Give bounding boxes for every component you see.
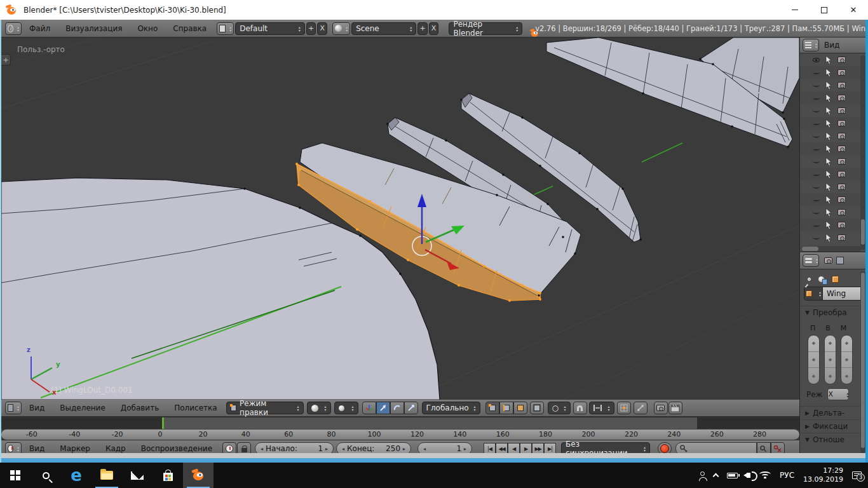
timeline-menu-playback[interactable]: Воспроизведение [141,444,212,453]
renderable-camera-icon[interactable] [837,146,846,152]
selectable-cursor-icon[interactable] [825,170,832,179]
visibility-eye-icon[interactable] [813,71,820,74]
panel-transform-header[interactable]: ▼Преобра [800,306,865,319]
outliner-row[interactable] [800,155,861,168]
stepper-cell[interactable]: ◆ [825,368,836,384]
snap-target-button[interactable] [617,402,631,414]
transform-value-stepper[interactable]: ◆◆◆ [824,335,836,384]
menu-mesh[interactable]: Полисетка [174,403,217,412]
renderable-camera-icon[interactable] [837,234,846,241]
minimize-button[interactable] [780,0,810,20]
stepper-cell[interactable]: ◆ [841,336,852,352]
timeline-menu-marker[interactable]: Маркер [60,444,90,453]
renderable-camera-icon[interactable] [837,69,846,76]
rotation-mode-dropdown[interactable]: X ▴▾ [827,388,849,400]
manipulator-toggle-button[interactable] [362,402,376,414]
panel-relations-header[interactable]: ▼Отноше [800,433,865,446]
taskbar-store-button[interactable] [153,463,183,488]
timeline-menu-view[interactable]: Вид [29,444,44,453]
renderable-camera-icon[interactable] [837,222,846,228]
tab-render-icon[interactable] [824,257,832,264]
manipulate-centers-button[interactable] [634,402,648,414]
outliner-row[interactable] [800,104,861,117]
viewport-3d[interactable]: + Польз.-орто (1) WingLOut_D0.001 z y x [1,37,799,400]
outliner-row[interactable] [800,142,861,155]
renderable-camera-icon[interactable] [837,57,846,63]
renderable-camera-icon[interactable] [837,184,846,190]
selectable-cursor-icon[interactable] [825,69,832,77]
outliner-row[interactable] [800,130,861,142]
opengl-render-image-button[interactable] [654,402,668,414]
snap-toggle-button[interactable] [573,402,587,414]
stepper-cell[interactable]: ◆ [808,336,819,352]
selectable-cursor-icon[interactable] [825,107,832,115]
panel-lock-header[interactable]: ▶Фиксаци [800,419,865,433]
selectable-cursor-icon[interactable] [825,208,832,217]
mode-dropdown[interactable]: Режим правки▴▾ [226,402,304,414]
selectable-cursor-icon[interactable] [825,183,832,191]
outliner-row[interactable] [800,53,861,66]
selectable-cursor-icon[interactable] [825,119,832,128]
menu-add[interactable]: Добавить [121,403,159,412]
visibility-eye-icon[interactable] [813,122,820,125]
taskbar-mail-button[interactable] [122,463,153,488]
visibility-eye-icon[interactable] [813,173,820,176]
object-id-dropdown[interactable]: ▴▾ [804,287,823,301]
pivot-point-dropdown[interactable]: ▴▾ [334,402,358,414]
maximize-button[interactable] [810,0,839,20]
manipulator-scale-button[interactable] [404,402,418,414]
snap-element-dropdown[interactable]: ▴▾ [589,402,614,414]
delete-scene-button[interactable]: X [429,22,439,35]
outliner-row[interactable] [800,206,861,219]
outliner-list[interactable] [800,53,861,244]
selectable-cursor-icon[interactable] [825,158,832,166]
render-engine-dropdown[interactable]: Рендер Blender▴▾ [449,22,522,35]
current-frame-indicator[interactable] [162,417,164,430]
visibility-eye-icon[interactable] [813,58,820,62]
menu-select[interactable]: Выделение [60,403,105,412]
renderable-camera-icon[interactable] [837,196,846,203]
timeline-menu-frame[interactable]: Кадр [105,444,126,453]
menu-view[interactable]: Вид [29,403,44,412]
renderable-camera-icon[interactable] [837,158,846,165]
renderable-camera-icon[interactable] [837,95,846,101]
menu-window[interactable]: Окно [137,24,158,33]
object-name-field[interactable]: Wing [823,287,864,301]
outliner-row[interactable] [800,79,861,92]
visibility-eye-icon[interactable] [813,135,820,138]
limit-to-visible-button[interactable] [530,402,544,414]
visibility-eye-icon[interactable] [813,224,820,227]
timeline-ruler[interactable]: -60-40-200204060801001201401601802002202… [1,429,799,440]
toolshelf-expand-tab[interactable]: + [1,54,11,65]
viewport-shading-dropdown[interactable]: ▴▾ [307,402,331,414]
editor-type-3dview-dropdown[interactable]: ▴▾ [5,402,22,414]
close-button[interactable]: ✕ [839,0,868,20]
outliner-row[interactable] [800,231,861,244]
renderable-camera-icon[interactable] [837,133,846,139]
selectable-cursor-icon[interactable] [825,196,832,204]
proportional-edit-dropdown[interactable]: ○▴▾ [548,402,571,414]
selectable-cursor-icon[interactable] [825,132,832,140]
speaker-icon[interactable] [747,473,750,478]
taskbar-blender-button[interactable] [183,463,214,488]
selectable-cursor-icon[interactable] [825,234,832,242]
outliner-row[interactable] [800,193,861,206]
transform-steppers[interactable]: ◆◆◆◆◆◆◆◆◆ [800,335,865,384]
pin-icon[interactable] [807,277,811,281]
people-icon[interactable] [700,471,705,476]
renderable-camera-icon[interactable] [837,82,846,88]
visibility-eye-icon[interactable] [813,198,820,201]
taskbar-edge-button[interactable]: e [61,463,92,488]
battery-icon[interactable] [727,473,738,478]
visibility-eye-icon[interactable] [813,97,820,100]
renderable-camera-icon[interactable] [837,209,846,215]
taskbar-search-button[interactable] [31,463,61,488]
properties-vscrollbar[interactable] [860,271,865,453]
transform-value-stepper[interactable]: ◆◆◆ [808,335,820,384]
editor-type-info-dropdown[interactable]: i ▴▾ [5,22,22,35]
selectable-cursor-icon[interactable] [825,221,832,229]
outliner-menu-view[interactable]: Вид [824,41,839,50]
manipulator-rotate-button[interactable] [390,402,404,414]
window-titlebar[interactable]: Blender* [C:\Users\tvister\Desktop\Ki-30… [0,0,868,20]
edge-select-button[interactable] [499,402,513,414]
